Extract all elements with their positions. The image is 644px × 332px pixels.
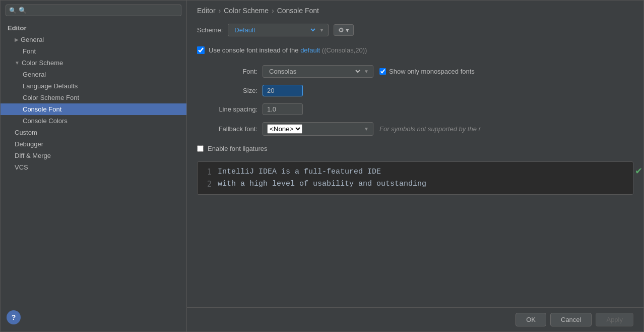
fallback-hint: For symbols not supported by the r xyxy=(379,125,481,133)
line-spacing-input[interactable] xyxy=(263,103,303,115)
sidebar-item-diff-merge[interactable]: Diff & Merge xyxy=(1,150,186,161)
dialog-footer: OK Cancel Apply xyxy=(187,307,643,331)
sidebar-search-container[interactable]: 🔍 xyxy=(6,5,181,16)
preview-text-1: IntelliJ IDEA is a full-featured IDE xyxy=(218,166,381,178)
settings-dialog: 🔍 Editor ▶ General Font ▼ xyxy=(0,0,644,332)
ligatures-row: Enable font ligatures xyxy=(197,145,633,152)
ligatures-checkbox[interactable] xyxy=(197,145,204,152)
size-input[interactable] xyxy=(263,85,303,96)
fallback-dropdown-arrow: ▼ xyxy=(364,126,369,132)
use-console-font-label: Use console font instead of the default … xyxy=(209,46,367,54)
preview-text-2: with a high level of usability and outst… xyxy=(218,178,426,190)
chevron-right-icon: ▶ xyxy=(15,37,19,42)
sidebar-item-general[interactable]: ▶ General xyxy=(1,34,186,45)
sidebar-item-debugger[interactable]: Debugger xyxy=(1,138,186,150)
sidebar-item-custom[interactable]: Custom xyxy=(1,127,186,138)
dialog-body: 🔍 Editor ▶ General Font ▼ xyxy=(1,1,643,331)
preview-line-1: 1 IntelliJ IDEA is a full-featured IDE xyxy=(204,166,627,178)
fallback-font-label: Fallback font: xyxy=(197,125,257,133)
preview-linenum-1: 1 xyxy=(204,166,212,178)
breadcrumb: Editor › Color Scheme › Console Font xyxy=(187,1,643,20)
breadcrumb-sep2: › xyxy=(272,7,274,15)
sidebar-item-language-defaults[interactable]: Language Defaults xyxy=(1,80,186,92)
scheme-select-wrapper[interactable]: DefaultDarculaHigh Contrast ▼ xyxy=(228,24,329,36)
main-content: Editor › Color Scheme › Console Font Sch… xyxy=(187,1,643,331)
font-field-label: Font: xyxy=(197,68,257,75)
breadcrumb-sep1: › xyxy=(219,7,221,15)
scheme-dropdown-arrow: ▼ xyxy=(319,27,324,33)
preview-container: 1 IntelliJ IDEA is a full-featured IDE 2… xyxy=(197,161,633,195)
content-area: Scheme: DefaultDarculaHigh Contrast ▼ ⚙ … xyxy=(187,20,643,307)
size-field-label: Size: xyxy=(197,87,257,94)
fallback-dropdown[interactable]: <None> xyxy=(267,124,302,134)
monospace-check-wrapper: Show only monospaced fonts xyxy=(379,68,475,75)
font-settings-form: Font: ConsolasArialCourier NewMonospace … xyxy=(197,65,600,136)
search-icon: 🔍 xyxy=(9,7,17,14)
sidebar-items: Editor ▶ General Font ▼ Color Scheme xyxy=(1,20,186,303)
preview-line-2: 2 with a high level of usability and out… xyxy=(204,178,627,190)
monospaced-label: Show only monospaced fonts xyxy=(389,68,475,75)
sidebar-item-console-font[interactable]: Console Font xyxy=(1,103,186,115)
scheme-label: Scheme: xyxy=(197,26,223,34)
monospaced-checkbox[interactable] xyxy=(379,68,386,75)
cancel-button[interactable]: Cancel xyxy=(550,313,592,326)
font-dropdown-arrow: ▼ xyxy=(364,69,369,74)
help-button[interactable]: ? xyxy=(7,310,21,324)
font-dropdown[interactable]: ConsolasArialCourier NewMonospace xyxy=(267,67,362,76)
apply-button[interactable]: Apply xyxy=(596,313,633,326)
preview-area: 1 IntelliJ IDEA is a full-featured IDE 2… xyxy=(197,161,633,195)
use-console-font-checkbox[interactable] xyxy=(197,46,205,54)
gear-icon: ⚙ xyxy=(338,26,344,34)
gear-dropdown-arrow: ▾ xyxy=(346,26,349,34)
sidebar-bottom: ? xyxy=(1,303,186,331)
sidebar-item-vcs[interactable]: VCS xyxy=(1,161,186,173)
check-icon: ✔ xyxy=(635,165,642,177)
default-hint: ((Consolas,20)) xyxy=(322,46,367,54)
breadcrumb-color-scheme[interactable]: Color Scheme xyxy=(224,7,269,15)
preview-linenum-2: 2 xyxy=(204,178,212,190)
fallback-font-row: <None> ▼ For symbols not supported by th… xyxy=(263,122,600,136)
line-spacing-row xyxy=(263,103,600,115)
sidebar-item-console-colors[interactable]: Console Colors xyxy=(1,115,186,127)
font-select-wrapper[interactable]: ConsolasArialCourier NewMonospace ▼ xyxy=(263,65,373,78)
fallback-select-wrapper[interactable]: <None> ▼ xyxy=(263,122,373,136)
line-spacing-label: Line spacing: xyxy=(197,105,257,113)
font-field-row: ConsolasArialCourier NewMonospace ▼ Show… xyxy=(263,65,600,78)
ligatures-label: Enable font ligatures xyxy=(208,145,268,152)
ok-button[interactable]: OK xyxy=(516,313,546,326)
scheme-dropdown[interactable]: DefaultDarculaHigh Contrast xyxy=(232,26,317,34)
sidebar-search-input[interactable] xyxy=(19,7,178,14)
use-console-font-row: Use console font instead of the default … xyxy=(197,46,633,54)
sidebar: 🔍 Editor ▶ General Font ▼ xyxy=(1,1,187,331)
sidebar-item-color-scheme-font[interactable]: Color Scheme Font xyxy=(1,92,186,103)
chevron-down-icon: ▼ xyxy=(15,60,20,66)
size-field-row xyxy=(263,85,600,96)
default-link[interactable]: default xyxy=(300,46,320,54)
breadcrumb-editor[interactable]: Editor xyxy=(197,7,216,15)
sidebar-item-editor[interactable]: Editor xyxy=(1,22,186,34)
sidebar-item-font[interactable]: Font xyxy=(1,45,186,57)
sidebar-item-color-scheme[interactable]: ▼ Color Scheme xyxy=(1,57,186,69)
gear-button[interactable]: ⚙ ▾ xyxy=(334,24,354,36)
breadcrumb-console-font: Console Font xyxy=(277,7,319,15)
sidebar-item-cs-general[interactable]: General xyxy=(1,69,186,80)
scheme-row: Scheme: DefaultDarculaHigh Contrast ▼ ⚙ … xyxy=(197,24,633,36)
